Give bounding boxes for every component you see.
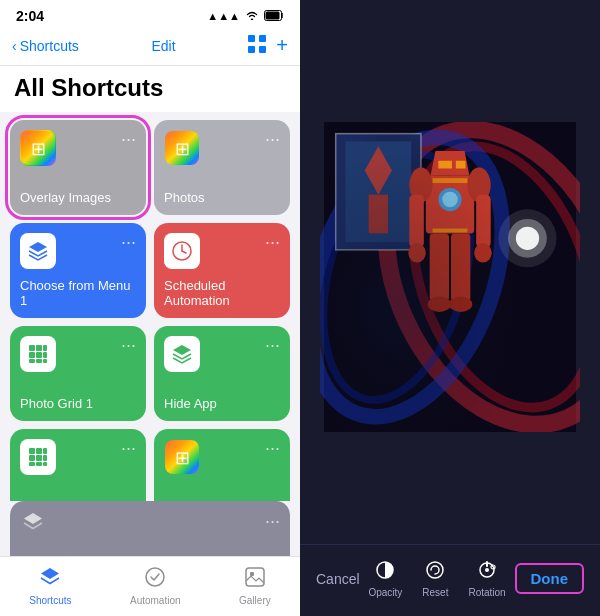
chevron-left-icon: ‹: [12, 38, 17, 54]
gallery-nav-icon: [243, 565, 267, 593]
svg-text:⊞: ⊞: [175, 139, 190, 159]
svg-rect-23: [36, 448, 42, 454]
svg-rect-34: [246, 568, 264, 586]
controls-row: Cancel Opacity: [316, 555, 584, 602]
svg-rect-74: [486, 561, 488, 567]
card-menu-icon[interactable]: ···: [265, 336, 280, 354]
svg-rect-2: [248, 35, 255, 42]
card-bottom: Hide App: [164, 390, 280, 411]
shortcut-photo-grid-1[interactable]: ··· Photo Grid 1: [10, 326, 146, 421]
partial-menu-icon[interactable]: ···: [265, 511, 280, 546]
svg-rect-24: [43, 448, 47, 454]
card-menu-icon[interactable]: ···: [121, 439, 136, 457]
add-button[interactable]: +: [276, 34, 288, 57]
card-menu-icon[interactable]: ···: [265, 130, 280, 148]
svg-rect-20: [36, 359, 42, 363]
left-panel: 2:04 ▲▲▲ ‹ Shortcuts Edit + All Shortcut…: [0, 0, 300, 616]
svg-rect-3: [259, 35, 266, 42]
shortcuts-grid: ⊞ ··· Overlay Images ⊞ ··· Photos: [0, 112, 300, 501]
done-button[interactable]: Done: [515, 563, 585, 594]
grid-icon[interactable]: [248, 35, 266, 56]
photos3-icon: ⊞: [164, 439, 200, 475]
grid2-icon: [20, 439, 56, 475]
shortcut-overlay-images[interactable]: ⊞ ··· Overlay Images: [10, 120, 146, 215]
battery-icon: [264, 10, 284, 23]
iron-man-scene: [320, 122, 580, 432]
svg-rect-35: [250, 572, 254, 576]
svg-rect-16: [29, 352, 35, 358]
image-area: [300, 0, 600, 544]
layers-icon: [20, 233, 56, 269]
svg-rect-28: [29, 462, 35, 466]
partial-card: ···: [10, 501, 290, 556]
svg-point-73: [485, 568, 489, 572]
card-bottom: Scheduled Automation: [164, 272, 280, 308]
right-panel: Cancel Opacity: [300, 0, 600, 616]
shortcut-choose-menu-1[interactable]: ··· Choose from Menu 1: [10, 223, 146, 318]
card-bottom: Photos: [164, 184, 280, 205]
svg-rect-18: [43, 352, 47, 358]
svg-rect-26: [36, 455, 42, 461]
rotation-icon: [476, 559, 498, 584]
card-menu-icon[interactable]: ···: [121, 336, 136, 354]
nav-actions: +: [248, 34, 288, 57]
nav-edit-button[interactable]: Edit: [152, 38, 176, 54]
card-menu-icon[interactable]: ···: [121, 130, 136, 148]
card-header: ···: [20, 336, 136, 372]
nav-gallery[interactable]: Gallery: [239, 565, 271, 606]
svg-text:⊞: ⊞: [175, 448, 190, 468]
bottom-controls: Cancel Opacity: [300, 544, 600, 616]
svg-rect-19: [29, 359, 35, 363]
svg-rect-22: [29, 448, 35, 454]
nav-bar: ‹ Shortcuts Edit +: [0, 28, 300, 66]
svg-rect-13: [29, 345, 35, 351]
grid-icon: [20, 336, 56, 372]
card-header: ···: [164, 233, 280, 269]
bottom-nav: Shortcuts Automation Gallery: [0, 556, 300, 616]
opacity-icon: [374, 559, 396, 584]
svg-rect-14: [36, 345, 42, 351]
svg-rect-25: [29, 455, 35, 461]
cancel-button[interactable]: Cancel: [316, 571, 360, 587]
automation-nav-icon: [143, 565, 167, 593]
svg-rect-29: [36, 462, 42, 466]
svg-point-71: [427, 562, 443, 578]
shortcut-scheduled-automation[interactable]: ··· Scheduled Automation: [154, 223, 290, 318]
control-icons: Opacity Reset: [368, 559, 505, 598]
shortcut-hide-app[interactable]: ··· Hide App: [154, 326, 290, 421]
status-time: 2:04: [16, 8, 44, 24]
shortcut-photos[interactable]: ⊞ ··· Photos: [154, 120, 290, 215]
card-header: ···: [20, 439, 136, 475]
card-menu-icon[interactable]: ···: [265, 233, 280, 251]
card-menu-icon[interactable]: ···: [121, 233, 136, 251]
card-bottom: Choose from Menu: [164, 493, 280, 501]
rotation-control[interactable]: Rotation: [468, 559, 505, 598]
reset-control[interactable]: Reset: [422, 559, 448, 598]
card-bottom: Choose from Menu 1: [20, 272, 136, 308]
wifi-icon: [245, 10, 259, 22]
card-menu-icon[interactable]: ···: [265, 439, 280, 457]
layers2-icon: [164, 336, 200, 372]
page-title: All Shortcuts: [0, 66, 300, 112]
opacity-control[interactable]: Opacity: [368, 559, 402, 598]
svg-rect-21: [43, 359, 47, 363]
shortcut-photo-grid[interactable]: ··· Photo Grid: [10, 429, 146, 501]
card-header: ···: [20, 233, 136, 269]
svg-rect-27: [43, 455, 47, 461]
svg-rect-5: [259, 46, 266, 53]
svg-rect-67: [324, 122, 576, 432]
back-button[interactable]: ‹ Shortcuts: [12, 38, 79, 54]
shortcut-choose-menu[interactable]: ⊞ ··· Choose from Menu: [154, 429, 290, 501]
svg-rect-30: [43, 462, 47, 466]
photos-icon: ⊞: [20, 130, 56, 166]
nav-automation[interactable]: Automation: [130, 565, 181, 606]
shortcuts-nav-icon: [38, 565, 62, 593]
card-bottom: Photo Grid: [20, 493, 136, 501]
signal-icon: ▲▲▲: [207, 10, 240, 22]
nav-shortcuts[interactable]: Shortcuts: [29, 565, 71, 606]
card-header: ⊞ ···: [164, 439, 280, 475]
photos2-icon: ⊞: [164, 130, 200, 166]
svg-rect-4: [248, 46, 255, 53]
status-bar: 2:04 ▲▲▲: [0, 0, 300, 28]
partial-icon: [20, 511, 46, 546]
